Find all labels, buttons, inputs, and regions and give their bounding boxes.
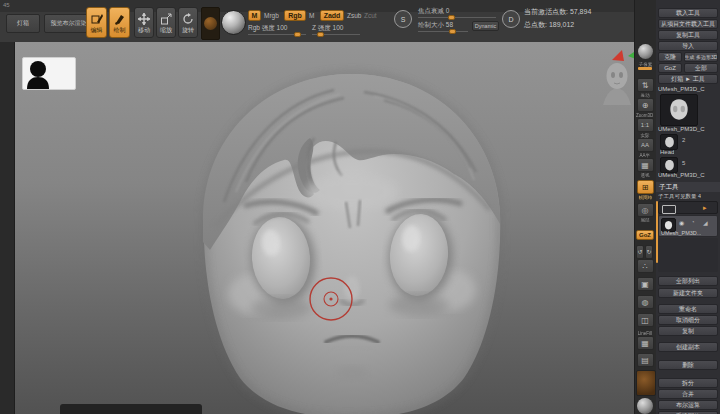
dynamic-button[interactable]: Dynamic bbox=[472, 21, 499, 31]
aahalf-icon: AA bbox=[637, 138, 654, 152]
draw-button[interactable]: 绘制 bbox=[109, 7, 130, 38]
move-button[interactable]: 移动 bbox=[134, 7, 154, 38]
rename-button[interactable]: 重命名 bbox=[658, 304, 718, 314]
duplicate-label: 创建副本 bbox=[676, 343, 700, 352]
focal-shift-slider[interactable] bbox=[418, 17, 496, 18]
split-button[interactable]: 拆分 bbox=[658, 378, 718, 388]
current-tool-thumbnail[interactable] bbox=[660, 94, 698, 126]
shelf-linefill[interactable]: LineFill ▦ bbox=[636, 330, 654, 350]
unlink-subdiv-button[interactable]: 取消细分 bbox=[658, 315, 718, 325]
shelf-persp[interactable]: ▦ 透视 bbox=[636, 158, 654, 178]
shelf-xpose[interactable]: ∴ bbox=[636, 259, 654, 273]
tool-head-icon bbox=[668, 97, 690, 123]
dynamic-brush-icon-button[interactable]: D bbox=[502, 10, 520, 28]
zadd-button[interactable]: Zadd bbox=[320, 10, 344, 21]
subtool-section-header[interactable]: 子工具 bbox=[656, 182, 720, 192]
corner-label: 45 bbox=[3, 2, 10, 8]
undo-icon[interactable]: ↺ bbox=[636, 245, 644, 259]
subtool-count: 子工具可见数量 4 bbox=[658, 193, 701, 200]
active-points-stat: 当前激活点数: 57,894 bbox=[524, 7, 591, 17]
merge-button[interactable]: 合并 bbox=[658, 389, 718, 399]
edit-button[interactable]: 编辑 bbox=[86, 7, 107, 38]
shelf-move-doc[interactable]: ▣ bbox=[636, 277, 654, 291]
shelf-goz-button[interactable]: GoZ bbox=[636, 230, 654, 240]
sculpt-canvas[interactable] bbox=[14, 42, 634, 414]
split-label: 拆分 bbox=[682, 379, 694, 388]
clone-label: 克隆 bbox=[664, 53, 676, 62]
current-tool-thumb-label: UMesh_PM3D_C bbox=[658, 126, 705, 132]
subtool-item-row[interactable]: ◉ ◔ ◢ UMesh_PM3D... bbox=[658, 215, 718, 237]
import-button[interactable]: 导入 bbox=[658, 41, 718, 51]
focal-shift-handle[interactable] bbox=[448, 15, 455, 20]
shelf-local[interactable]: ◎ 局部 bbox=[636, 203, 654, 223]
shelf-scroll[interactable]: ⇅ 卷动 bbox=[636, 78, 654, 98]
rename-label: 重命名 bbox=[679, 305, 697, 314]
lightbox-tool-button[interactable]: 灯箱 ► 工具 bbox=[658, 74, 718, 84]
folder-expand-icon[interactable]: ▸ bbox=[703, 204, 707, 212]
spix-slider[interactable] bbox=[638, 67, 652, 70]
shelf-solo[interactable]: ◍ bbox=[636, 295, 654, 309]
shelf-material-ball[interactable] bbox=[636, 44, 654, 59]
z-intensity-handle[interactable] bbox=[317, 32, 324, 37]
tool-head-icon bbox=[664, 159, 675, 172]
make-polymesh3d-button[interactable]: 生成 多边形3D bbox=[684, 52, 718, 62]
zcut-label[interactable]: Zcut bbox=[364, 12, 377, 19]
rgb-intensity-handle[interactable] bbox=[294, 32, 301, 37]
texture-swatch[interactable] bbox=[636, 370, 656, 396]
shelf-zoom3d[interactable]: ⊕ Zoom3D bbox=[636, 98, 654, 118]
subtool-list-empty bbox=[658, 238, 718, 272]
shelf-aahalf[interactable]: AA AA半 bbox=[636, 138, 654, 158]
edit-label: 编辑 bbox=[91, 27, 103, 33]
mrgb-label[interactable]: Mrgb bbox=[264, 12, 279, 19]
shelf-material-ball-2[interactable] bbox=[637, 398, 653, 414]
eye-icon[interactable]: ◉ bbox=[679, 219, 684, 226]
xpose-icon: ∴ bbox=[637, 259, 654, 273]
shelf-history[interactable]: ↺ ↻ bbox=[636, 245, 654, 259]
shelf-spix[interactable]: 子像素 bbox=[636, 61, 654, 70]
zsub-label[interactable]: Zsub bbox=[347, 12, 361, 19]
current-color-swatch[interactable] bbox=[201, 7, 220, 40]
lightbox-button[interactable]: 灯箱 bbox=[6, 14, 40, 33]
goz-all-button[interactable]: 全部 bbox=[684, 63, 718, 73]
solo-icon: ◍ bbox=[637, 295, 654, 309]
shelf-actual[interactable]: 1:1 实际 bbox=[636, 118, 654, 138]
shelf-ghost[interactable]: ▤ bbox=[636, 353, 654, 367]
m-label[interactable]: M bbox=[309, 12, 314, 19]
copy-tool-button[interactable]: 复制工具 bbox=[658, 30, 718, 40]
shelf-frame[interactable]: ⊞ 帧网格 bbox=[636, 180, 654, 200]
goz-button[interactable]: GoZ bbox=[658, 63, 682, 73]
scale-button[interactable]: 缩放 bbox=[156, 7, 176, 38]
boolean-button[interactable]: 布尔运算 bbox=[658, 400, 718, 410]
load-from-project-button[interactable]: 从项目文件载入工具 bbox=[658, 19, 718, 29]
material-thumbnail[interactable] bbox=[221, 10, 246, 35]
mrgb-button[interactable]: M bbox=[248, 10, 261, 21]
rotate-button[interactable]: 旋转 bbox=[178, 7, 198, 38]
clone-button[interactable]: 克隆 bbox=[658, 52, 682, 62]
tool-head-icon bbox=[664, 220, 673, 231]
recent-tool-thumbnail-2[interactable] bbox=[660, 157, 678, 173]
list-all-button[interactable]: 全部列出 bbox=[658, 276, 718, 286]
color-dot bbox=[204, 17, 217, 30]
shelf-transparent[interactable]: ◫ bbox=[636, 313, 654, 327]
draw-size-slider[interactable] bbox=[418, 31, 468, 32]
duplicate-button[interactable]: 创建副本 bbox=[658, 342, 718, 352]
focal-shift-label: 焦点衰减 0 bbox=[418, 7, 449, 16]
draw-size-handle[interactable] bbox=[449, 29, 456, 34]
rgb-intensity-label: Rgb 强度 100 bbox=[248, 24, 287, 33]
new-folder-button[interactable]: 新建文件夹 bbox=[658, 288, 718, 298]
redo-icon[interactable]: ↻ bbox=[645, 245, 653, 259]
alpha-preview-thumbnail[interactable] bbox=[22, 57, 76, 90]
paint-icon[interactable]: ◔ bbox=[691, 219, 695, 225]
mrgb-button-label: M bbox=[252, 12, 258, 19]
subtool-folder-row[interactable]: ▸ bbox=[658, 201, 718, 214]
bottom-tray-bar[interactable] bbox=[60, 404, 202, 414]
copy-button[interactable]: 复制 bbox=[658, 326, 718, 336]
rgb-button[interactable]: Rgb bbox=[284, 10, 306, 21]
delete-button[interactable]: 删除 bbox=[658, 360, 718, 370]
sculpt-icon[interactable]: ◢ bbox=[703, 219, 708, 226]
recent-tool-thumbnail-1[interactable] bbox=[660, 134, 678, 150]
load-tool-button[interactable]: 载入工具 bbox=[658, 8, 718, 18]
sculptris-pro-button[interactable]: S bbox=[394, 10, 412, 28]
folder-icon bbox=[662, 205, 676, 214]
left-tray-edge[interactable] bbox=[0, 42, 15, 414]
